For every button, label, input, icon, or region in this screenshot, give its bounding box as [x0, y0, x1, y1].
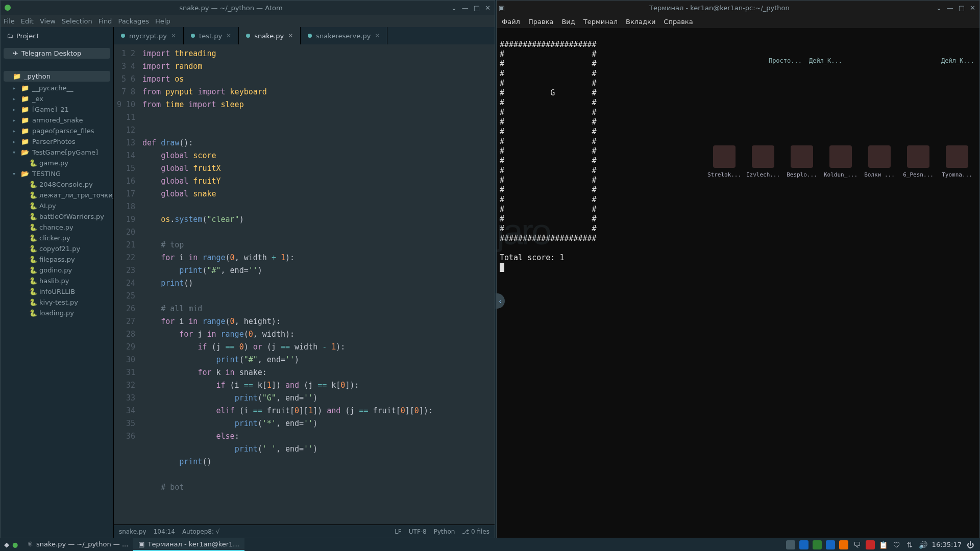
tree-folder-open[interactable]: ▾ 📂 TestGame[pyGame]: [1, 147, 113, 158]
tree-folder[interactable]: ▸ 📁 _ex: [1, 93, 113, 104]
minimize-icon[interactable]: —: [462, 4, 469, 12]
chevron-right-icon: ▸: [13, 107, 18, 112]
term-menu-tabs[interactable]: Вкладки: [626, 18, 655, 26]
folder-icon: 📁: [13, 72, 21, 80]
status-cursor[interactable]: 104:14: [154, 528, 175, 535]
close-icon[interactable]: ✕: [485, 4, 491, 12]
tray-app-icon[interactable]: [826, 540, 835, 549]
tray-app-icon[interactable]: [839, 540, 848, 549]
term-menu-view[interactable]: Вид: [561, 18, 575, 26]
term-menu-edit[interactable]: Правка: [528, 18, 553, 26]
menu-file[interactable]: File: [4, 17, 15, 25]
status-file[interactable]: snake.py: [119, 528, 146, 535]
editor-tab[interactable]: test.py ✕: [184, 27, 239, 44]
tray-network-icon[interactable]: ⇅: [905, 540, 915, 549]
tray-app-icon[interactable]: [813, 540, 822, 549]
desktop-file-icon: Besplo...: [787, 145, 817, 180]
desktop-file-icon: Koldun_...: [825, 145, 856, 180]
bookmark-item[interactable]: Дейл_К...: [941, 56, 974, 66]
menu-selection[interactable]: Selection: [62, 17, 92, 25]
tree-file[interactable]: 🐍 game.py: [9, 158, 113, 168]
tray-discord-icon[interactable]: 🗨: [852, 540, 862, 549]
tray-clipboard-icon[interactable]: 📋: [879, 540, 888, 549]
tree-file[interactable]: 🐍 2048Console.py: [9, 179, 113, 190]
close-tab-icon[interactable]: ✕: [375, 32, 380, 39]
term-menu-terminal[interactable]: Терминал: [583, 18, 618, 26]
editor-tab[interactable]: snake.py ✕: [239, 27, 301, 44]
close-icon[interactable]: ✕: [970, 4, 975, 12]
tree-file[interactable]: 🐍 chance.py: [9, 222, 113, 233]
python-file-icon: 🐍: [29, 256, 36, 263]
tray-shield-icon[interactable]: 🛡: [892, 540, 901, 549]
maximize-icon[interactable]: □: [474, 4, 480, 12]
maximize-icon[interactable]: □: [959, 4, 965, 12]
chevron-right-icon: ▸: [13, 139, 18, 144]
tree-folder[interactable]: ▸ 📁 pageofparsce_files: [1, 126, 113, 136]
tree-file[interactable]: 🐍 battleOfWarriors.py: [9, 211, 113, 222]
code-content[interactable]: import threading import random import os…: [142, 44, 495, 524]
menu-view[interactable]: View: [40, 17, 56, 25]
code-editor[interactable]: 1 2 3 4 5 6 7 8 9 10 11 12 13 14 15 16 1…: [114, 44, 495, 524]
taskbar-item-terminal[interactable]: ▣ Терминал - ker1an@ker1...: [133, 538, 244, 551]
menu-packages[interactable]: Packages: [118, 17, 149, 25]
editor-tab[interactable]: mycrypt.py ✕: [114, 27, 184, 44]
status-encoding[interactable]: UTF-8: [409, 528, 427, 535]
tree-folder[interactable]: ▸ 📁 __pycache__: [1, 83, 113, 93]
tray-clock[interactable]: 16:35:17: [932, 541, 962, 548]
tree-file[interactable]: 🐍 haslib.py: [9, 276, 113, 286]
minimize-icon[interactable]: —: [947, 4, 953, 12]
chevron-down-icon[interactable]: ⌄: [936, 4, 942, 12]
chevron-down-icon[interactable]: ⌄: [451, 4, 457, 12]
taskbar-item-atom[interactable]: ⚛ snake.py — ~/_python — ...: [22, 538, 133, 551]
term-menu-help[interactable]: Справка: [664, 18, 693, 26]
tree-root-python[interactable]: 📁 _python: [4, 71, 110, 82]
close-tab-icon[interactable]: ✕: [171, 32, 176, 39]
close-tab-icon[interactable]: ✕: [288, 32, 293, 39]
taskbar-start[interactable]: ◆ ●: [0, 541, 22, 548]
menu-help[interactable]: Help: [155, 17, 170, 25]
desktop-file-icon: Izvlech...: [748, 145, 778, 180]
folder-open-icon: 📂: [21, 148, 29, 156]
tray-app-icon[interactable]: [866, 540, 875, 549]
status-lf[interactable]: LF: [395, 528, 402, 535]
tree-file[interactable]: 🐍 godino.py: [9, 265, 113, 276]
window-menu-icon[interactable]: [5, 5, 11, 11]
tray-app-icon[interactable]: [786, 540, 795, 549]
close-tab-icon[interactable]: ✕: [226, 32, 231, 39]
tree-folder[interactable]: ▸ 📁 ParserPhotos: [1, 136, 113, 147]
menu-edit[interactable]: Edit: [21, 17, 34, 25]
panel-collapse-handle[interactable]: ‹: [496, 293, 505, 309]
tray-volume-icon[interactable]: 🔊: [919, 540, 928, 549]
status-git[interactable]: ⎇ 0 files: [462, 528, 489, 535]
tree-file[interactable]: 🐍 clicker.py: [9, 233, 113, 243]
tree-file[interactable]: 🐍 loading.py: [9, 308, 113, 318]
project-tree[interactable]: 🗂 Project ✈ Telegram Desktop 📁 _python ▸…: [1, 27, 114, 538]
status-language[interactable]: Python: [434, 528, 455, 535]
folder-icon: 📁: [21, 116, 29, 124]
folder-icon: 📁: [21, 95, 29, 103]
status-autopep[interactable]: Autopep8: √: [182, 528, 220, 535]
tree-folder[interactable]: ▸ 📁 armored_snake: [1, 115, 113, 126]
tree-file[interactable]: 🐍 kivy-test.py: [9, 297, 113, 308]
terminal-output[interactable]: ##################### # # # # # # # # # …: [497, 28, 979, 538]
tree-folder[interactable]: ▸ 📁 [Game]_21: [1, 104, 113, 115]
bookmark-item[interactable]: Просто...: [769, 56, 802, 66]
desktop-file-icon: Tyomna...: [942, 145, 972, 180]
tree-file[interactable]: 🐍 infoURLLIB: [9, 286, 113, 297]
tree-file[interactable]: 🐍 лежат_ли_три_точки_: [9, 190, 113, 201]
menu-find[interactable]: Find: [99, 17, 112, 25]
term-menu-file[interactable]: Файл: [502, 18, 520, 26]
tree-file[interactable]: 🐍 AI.py: [9, 201, 113, 211]
tree-folder-testing[interactable]: ▾ 📂 TESTING: [1, 168, 113, 179]
tree-root-telegram[interactable]: ✈ Telegram Desktop: [4, 48, 110, 59]
editor-panel: mycrypt.py ✕ test.py ✕ snake.py ✕ snaker…: [114, 27, 495, 538]
tray-power-icon[interactable]: ⏻: [966, 540, 975, 549]
editor-tab[interactable]: snakereserve.py ✕: [301, 27, 387, 44]
briefcase-icon: 🗂: [7, 32, 13, 40]
bookmark-item[interactable]: Дейл_К...: [809, 56, 842, 66]
tray-chrome-icon[interactable]: [799, 540, 808, 549]
tree-file[interactable]: 🐍 copyof21.py: [9, 243, 113, 254]
taskbar: ◆ ● ⚛ snake.py — ~/_python — ... ▣ Терми…: [0, 538, 980, 551]
atom-titlebar: snake.py — ~/_python — Atom ⌄ — □ ✕: [1, 1, 495, 15]
tree-file[interactable]: 🐍 filepass.py: [9, 254, 113, 265]
